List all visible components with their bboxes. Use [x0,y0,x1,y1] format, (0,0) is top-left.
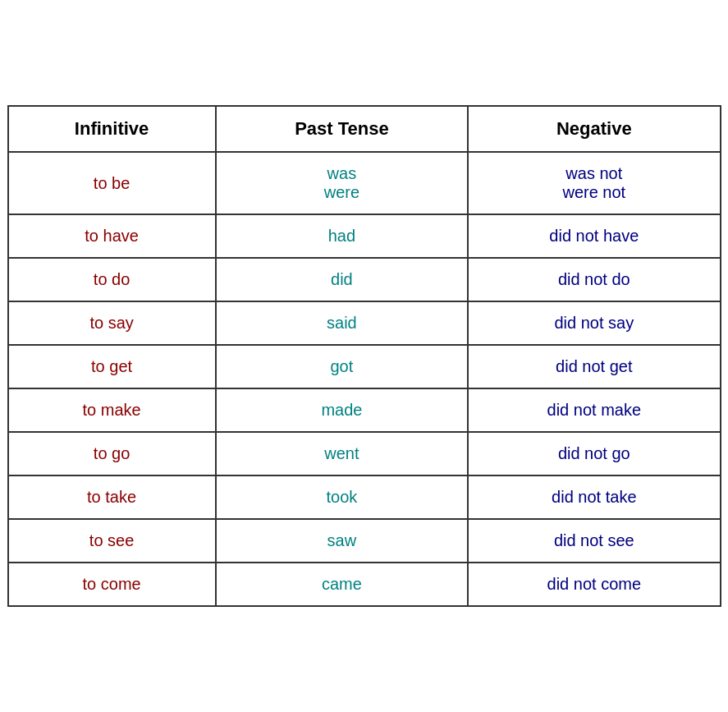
cell-infinitive: to get [8,345,216,388]
cell-past-tense: took [216,475,468,519]
cell-past-tense: had [216,214,468,258]
table-row: to taketookdid not take [8,475,721,519]
cell-negative: did not see [468,519,720,563]
table-header-row: Infinitive Past Tense Negative [8,106,721,152]
cell-past-tense: came [216,563,468,606]
cell-negative: did not have [468,214,720,258]
cell-infinitive: to have [8,214,216,258]
cell-negative: did not say [468,301,720,345]
table-row: to gowentdid not go [8,432,721,475]
cell-infinitive: to make [8,388,216,432]
cell-infinitive: to do [8,258,216,301]
table-row: to getgotdid not get [8,345,721,388]
cell-infinitive: to come [8,563,216,606]
table-row: to havehaddid not have [8,214,721,258]
cell-past-tense: went [216,432,468,475]
cell-infinitive: to say [8,301,216,345]
grammar-table: Infinitive Past Tense Negative to bewasw… [7,105,721,607]
table-row: to bewaswerewas notwere not [8,152,721,214]
cell-negative: did not go [468,432,720,475]
header-infinitive: Infinitive [8,106,216,152]
cell-negative: was notwere not [468,152,720,214]
cell-past-tense: did [216,258,468,301]
table-row: to seesawdid not see [8,519,721,563]
cell-negative: did not get [468,345,720,388]
grammar-table-container: Infinitive Past Tense Negative to bewasw… [7,105,721,607]
cell-infinitive: to see [8,519,216,563]
cell-infinitive: to take [8,475,216,519]
cell-past-tense: said [216,301,468,345]
cell-past-tense: made [216,388,468,432]
header-past-tense: Past Tense [216,106,468,152]
table-row: to dodiddid not do [8,258,721,301]
cell-negative: did not do [468,258,720,301]
cell-infinitive: to go [8,432,216,475]
cell-past-tense: saw [216,519,468,563]
cell-past-tense: got [216,345,468,388]
cell-infinitive: to be [8,152,216,214]
table-row: to comecamedid not come [8,563,721,606]
cell-negative: did not take [468,475,720,519]
table-row: to saysaiddid not say [8,301,721,345]
header-negative: Negative [468,106,720,152]
cell-negative: did not make [468,388,720,432]
cell-past-tense: waswere [216,152,468,214]
table-row: to makemadedid not make [8,388,721,432]
cell-negative: did not come [468,563,720,606]
